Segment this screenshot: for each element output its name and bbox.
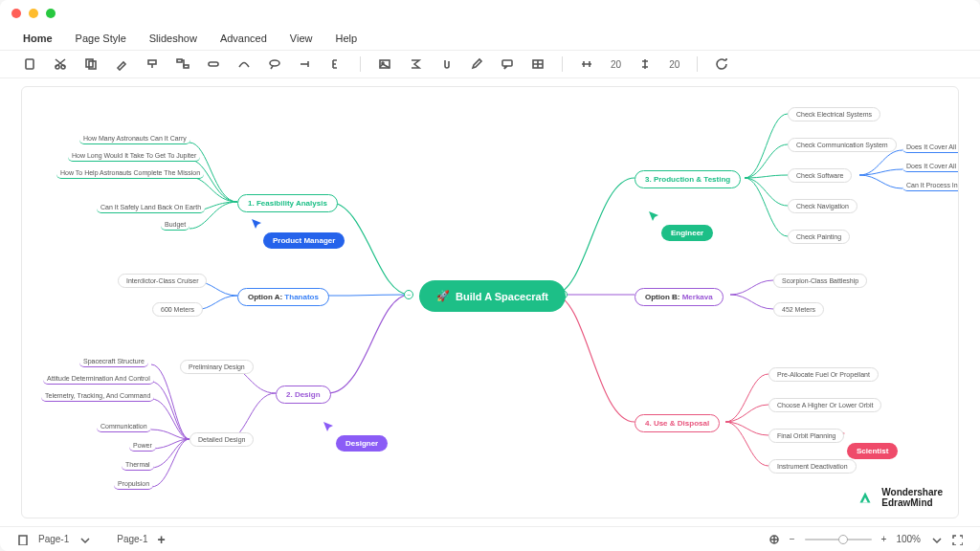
- topic-icon[interactable]: [145, 57, 159, 71]
- leaf[interactable]: Check Electrical Systems: [788, 107, 880, 121]
- leaf[interactable]: Choose A Higher Or Lower Orbit: [768, 398, 881, 412]
- leaf[interactable]: Power: [129, 442, 156, 452]
- chevron-down-icon[interactable]: [78, 534, 90, 545]
- paint-icon[interactable]: [115, 57, 128, 71]
- leaf[interactable]: Instrument Deactivation: [768, 459, 857, 474]
- menu-page-style[interactable]: Page Style: [76, 33, 126, 44]
- leaf[interactable]: How Long Would It Take To Get To Jupiter: [68, 152, 200, 162]
- node-option-a[interactable]: Option A: Thanatos: [237, 288, 329, 306]
- table-icon[interactable]: [531, 57, 545, 71]
- leaf[interactable]: Communication: [97, 423, 151, 432]
- leaf[interactable]: Can It Process In: [902, 182, 959, 191]
- callout-icon[interactable]: [268, 57, 281, 71]
- cut-icon[interactable]: [54, 57, 67, 71]
- refresh-icon[interactable]: [715, 57, 728, 71]
- leaf[interactable]: Spacecraft Structure: [79, 358, 148, 367]
- role-sci[interactable]: Scientist: [847, 443, 898, 459]
- pencil-icon[interactable]: [470, 57, 483, 71]
- page-tab[interactable]: Page-1: [117, 534, 147, 544]
- v-spacing-icon[interactable]: [638, 57, 652, 71]
- leaf[interactable]: Budget: [161, 221, 189, 231]
- leaf[interactable]: Check Software: [788, 168, 852, 183]
- leaf[interactable]: Final Orbit Planning: [768, 429, 844, 443]
- leaf[interactable]: How Many Astronauts Can It Carry: [79, 135, 190, 144]
- mindmap-canvas[interactable]: − − 🚀 Build A Spacecraft Product Manager…: [21, 86, 959, 518]
- role-des[interactable]: Designer: [336, 435, 388, 452]
- menu-home[interactable]: Home: [23, 33, 53, 44]
- leaf[interactable]: Check Painting: [788, 230, 850, 244]
- zoom-value[interactable]: 100%: [896, 534, 921, 544]
- floating-icon[interactable]: [207, 57, 220, 71]
- minimize-dot[interactable]: [29, 9, 38, 18]
- menu-advanced[interactable]: Advanced: [220, 33, 267, 44]
- zoom-slider[interactable]: [805, 539, 872, 540]
- leaf[interactable]: Can It Safely Land Back On Earth: [97, 204, 205, 213]
- menu-help[interactable]: Help: [336, 33, 358, 44]
- pages-icon[interactable]: [17, 534, 29, 545]
- leaf[interactable]: Interdictor-Class Cruiser: [118, 274, 207, 288]
- clipboard-icon[interactable]: [23, 57, 36, 71]
- brand-product: EdrawMind: [881, 497, 943, 508]
- page-selector[interactable]: Page-1: [38, 534, 69, 544]
- attachment-icon[interactable]: [439, 57, 453, 71]
- svg-point-9: [270, 60, 279, 66]
- node-disposal[interactable]: 4. Use & Disposal: [635, 414, 720, 432]
- cursor-eng: [649, 211, 660, 223]
- brand-vendor: Wondershare: [881, 487, 943, 497]
- copy-icon[interactable]: [84, 57, 98, 71]
- formula-icon[interactable]: [409, 57, 422, 71]
- role-pm[interactable]: Product Manager: [263, 232, 345, 249]
- comment-icon[interactable]: [501, 57, 514, 71]
- collapse-left[interactable]: −: [404, 290, 413, 299]
- close-dot[interactable]: [11, 9, 21, 18]
- leaf[interactable]: Does It Cover All I: [902, 163, 959, 172]
- chevron-down-icon[interactable]: [930, 534, 942, 545]
- subtopic-icon[interactable]: [176, 57, 189, 71]
- image-icon[interactable]: [378, 57, 391, 71]
- leaf[interactable]: Telemetry, Tracking, And Command: [41, 392, 154, 402]
- node-production[interactable]: 3. Production & Testing: [635, 170, 741, 188]
- fit-icon[interactable]: [768, 534, 780, 545]
- leaf[interactable]: Pre-Allocate Fuel Or Propellant: [768, 367, 879, 382]
- zoom-out[interactable]: −: [790, 534, 795, 544]
- relationship-icon[interactable]: [237, 57, 251, 71]
- svg-rect-14: [19, 536, 27, 545]
- leaf[interactable]: Propulsion: [114, 480, 153, 490]
- leaf[interactable]: Does It Cover All I: [902, 143, 959, 153]
- leaf[interactable]: 452 Meters: [773, 302, 824, 317]
- h-spacing-value[interactable]: 20: [611, 59, 621, 70]
- rocket-icon: 🚀: [436, 290, 450, 302]
- maximize-dot[interactable]: [46, 9, 56, 18]
- leaf[interactable]: Attitude Determination And Control: [43, 375, 154, 385]
- add-page-button[interactable]: +: [158, 532, 166, 547]
- menubar: Home Page Style Slideshow Advanced View …: [0, 27, 980, 51]
- fullscreen-icon[interactable]: [951, 534, 963, 545]
- statusbar: Page-1 Page-1 + − + 100%: [0, 526, 980, 551]
- toolbar: 20 20: [0, 51, 980, 78]
- central-topic[interactable]: 🚀 Build A Spacecraft: [419, 280, 566, 312]
- leaf[interactable]: How To Help Astronauts Complete The Miss…: [56, 169, 204, 179]
- node-option-b[interactable]: Option B: Merkava: [635, 288, 724, 306]
- menu-view[interactable]: View: [290, 33, 313, 44]
- titlebar: [0, 0, 980, 27]
- zoom-in[interactable]: +: [881, 534, 887, 544]
- leaf[interactable]: 600 Meters: [152, 302, 203, 317]
- v-spacing-value[interactable]: 20: [669, 59, 679, 70]
- leaf-preliminary[interactable]: Preliminary Design: [180, 360, 254, 374]
- menu-slideshow[interactable]: Slideshow: [149, 33, 197, 44]
- node-design[interactable]: 2. Design: [276, 386, 331, 404]
- cursor-pm: [252, 219, 263, 231]
- node-feasibility[interactable]: 1. Feasibility Analysis: [237, 194, 338, 212]
- svg-rect-6: [177, 59, 182, 62]
- leaf[interactable]: Scorpion-Class Battleship: [773, 274, 867, 288]
- separator: [697, 56, 698, 72]
- boundary-icon[interactable]: [299, 57, 312, 71]
- summary-icon[interactable]: [329, 57, 343, 71]
- role-eng[interactable]: Engineer: [661, 225, 713, 241]
- h-spacing-icon[interactable]: [580, 57, 593, 71]
- leaf[interactable]: Check Communication System: [788, 138, 897, 152]
- leaf[interactable]: Thermal: [122, 461, 154, 471]
- cursor-des: [323, 422, 335, 433]
- leaf-detailed[interactable]: Detailed Design: [189, 432, 254, 447]
- leaf[interactable]: Check Navigation: [788, 199, 858, 213]
